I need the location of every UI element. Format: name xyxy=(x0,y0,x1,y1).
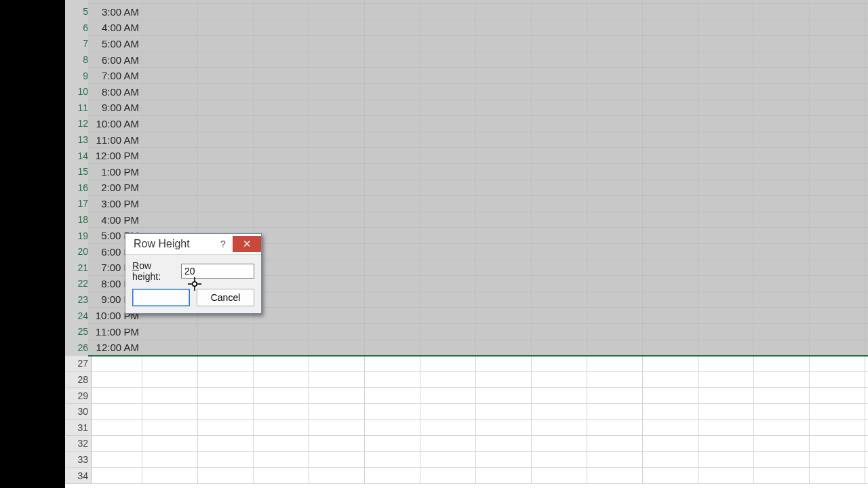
grid-cell[interactable] xyxy=(142,452,198,468)
grid-cell[interactable] xyxy=(532,436,587,452)
grid-cell[interactable] xyxy=(865,340,868,356)
grid-cell[interactable] xyxy=(587,68,643,84)
grid-cell[interactable] xyxy=(476,180,532,197)
grid-cell[interactable] xyxy=(810,20,865,37)
table-row[interactable]: 64:00 AM xyxy=(65,20,868,37)
grid-cell[interactable] xyxy=(865,276,868,292)
grid-cell[interactable] xyxy=(643,452,698,468)
grid-cell[interactable] xyxy=(587,436,643,452)
grid-cell[interactable] xyxy=(532,36,587,52)
grid-cell[interactable] xyxy=(142,36,198,52)
grid-cell[interactable] xyxy=(254,404,309,420)
grid-cell[interactable] xyxy=(254,340,309,356)
grid-cell[interactable] xyxy=(865,36,868,52)
grid-cell[interactable] xyxy=(698,308,754,324)
grid-cell[interactable] xyxy=(754,212,810,228)
time-cell[interactable]: 10:00 AM xyxy=(88,116,142,132)
grid-cell[interactable] xyxy=(810,276,865,292)
grid-cell[interactable] xyxy=(587,196,643,212)
grid-cell[interactable] xyxy=(142,324,198,340)
grid-cell[interactable] xyxy=(810,452,865,468)
grid-cell[interactable] xyxy=(532,468,587,484)
grid-cell[interactable] xyxy=(587,260,643,277)
grid-cell[interactable] xyxy=(198,436,254,452)
grid-cell[interactable] xyxy=(532,116,587,132)
grid-cell[interactable] xyxy=(587,84,643,100)
grid-cell[interactable] xyxy=(532,52,587,68)
grid-cell[interactable] xyxy=(365,260,420,277)
grid-cell[interactable] xyxy=(309,100,365,117)
grid-cell[interactable] xyxy=(754,196,810,212)
grid-cell[interactable] xyxy=(309,132,365,148)
grid-cell[interactable] xyxy=(643,292,698,308)
grid-cell[interactable] xyxy=(810,228,865,244)
grid-cell[interactable] xyxy=(198,212,254,228)
grid-cell[interactable] xyxy=(643,196,698,212)
grid-cell[interactable] xyxy=(420,244,476,260)
grid-cell[interactable] xyxy=(865,84,868,100)
grid-cell[interactable] xyxy=(142,436,198,452)
grid-cell[interactable] xyxy=(643,324,698,340)
grid-cell[interactable] xyxy=(643,308,698,324)
grid-cell[interactable] xyxy=(365,372,420,388)
grid-cell[interactable] xyxy=(643,372,698,388)
grid-cell[interactable] xyxy=(142,20,198,37)
grid-cell[interactable] xyxy=(309,468,365,484)
grid-cell[interactable] xyxy=(698,52,754,68)
grid-cell[interactable] xyxy=(587,4,643,20)
grid-cell[interactable] xyxy=(198,164,254,180)
grid-cell[interactable] xyxy=(865,68,868,84)
grid-cell[interactable] xyxy=(754,180,810,197)
grid-cell[interactable] xyxy=(254,116,309,132)
grid-cell[interactable] xyxy=(587,324,643,340)
grid-cell[interactable] xyxy=(476,212,532,228)
grid-cell[interactable] xyxy=(532,148,587,164)
grid-cell[interactable] xyxy=(309,36,365,52)
grid-cell[interactable] xyxy=(476,52,532,68)
grid-cell[interactable] xyxy=(810,404,865,420)
grid-cell[interactable] xyxy=(365,420,420,436)
grid-cell[interactable] xyxy=(476,276,532,292)
grid-cell[interactable] xyxy=(420,36,476,52)
grid-cell[interactable] xyxy=(254,36,309,52)
grid-cell[interactable] xyxy=(754,324,810,340)
grid-cell[interactable] xyxy=(532,372,587,388)
grid-cell[interactable] xyxy=(254,52,309,68)
grid-cell[interactable] xyxy=(476,116,532,132)
grid-cell[interactable] xyxy=(643,436,698,452)
grid-cell[interactable] xyxy=(754,36,810,52)
grid-cell[interactable] xyxy=(254,68,309,84)
grid-cell[interactable] xyxy=(532,212,587,228)
grid-cell[interactable] xyxy=(587,356,643,372)
grid-cell[interactable] xyxy=(587,372,643,388)
grid-cell[interactable] xyxy=(198,404,254,420)
grid-cell[interactable] xyxy=(476,468,532,484)
time-cell[interactable]: 11:00 AM xyxy=(88,132,142,148)
grid-cell[interactable] xyxy=(309,148,365,164)
grid-cell[interactable] xyxy=(865,292,868,308)
grid-cell[interactable] xyxy=(309,436,365,452)
dialog-close-button[interactable]: ✕ xyxy=(233,236,261,252)
grid-cell[interactable] xyxy=(865,132,868,148)
grid-cell[interactable] xyxy=(365,212,420,228)
grid-cell[interactable] xyxy=(643,260,698,277)
grid-cell[interactable] xyxy=(365,84,420,100)
time-cell[interactable] xyxy=(88,436,142,452)
table-row[interactable]: 29 xyxy=(65,388,868,404)
grid-cell[interactable] xyxy=(698,68,754,84)
grid-cell[interactable] xyxy=(420,100,476,117)
grid-cell[interactable] xyxy=(420,52,476,68)
time-cell[interactable]: 8:00 AM xyxy=(88,84,142,100)
grid-cell[interactable] xyxy=(365,164,420,180)
grid-cell[interactable] xyxy=(365,308,420,324)
time-cell[interactable] xyxy=(88,420,142,436)
time-cell[interactable] xyxy=(88,468,142,484)
grid-cell[interactable] xyxy=(810,356,865,372)
grid-cell[interactable] xyxy=(643,36,698,52)
grid-cell[interactable] xyxy=(754,308,810,324)
grid-cell[interactable] xyxy=(532,420,587,436)
grid-cell[interactable] xyxy=(587,20,643,37)
grid-cell[interactable] xyxy=(365,244,420,260)
grid-cell[interactable] xyxy=(309,212,365,228)
grid-cell[interactable] xyxy=(365,180,420,197)
